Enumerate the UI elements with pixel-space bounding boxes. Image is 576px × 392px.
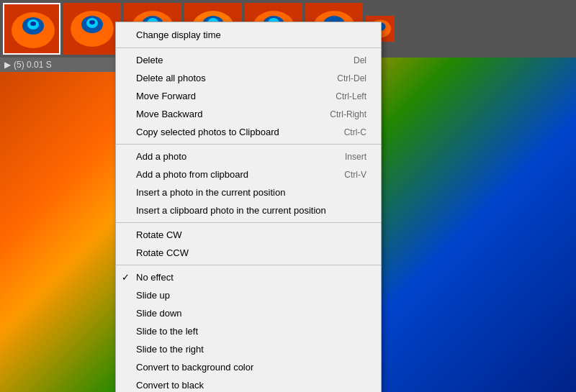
photo-thumb-2[interactable] (63, 3, 121, 55)
separator-4 (116, 265, 381, 265)
panel-label: (5) 0.01 S (14, 60, 52, 70)
svg-point-4 (30, 22, 36, 26)
menu-item-slide-down[interactable]: Slide down (116, 304, 381, 322)
menu-item-slide-left[interactable]: Slide to the left (116, 322, 381, 340)
context-menu: Change display time Delete Del Delete al… (115, 22, 382, 392)
menu-item-convert-black[interactable]: Convert to black (116, 376, 381, 392)
menu-item-rotate-ccw[interactable]: Rotate CCW (116, 244, 381, 262)
separator-3 (116, 222, 381, 223)
panel-header: ▶ (5) 0.01 S (0, 58, 115, 72)
menu-item-move-forward[interactable]: Move Forward Ctrl-Left (116, 87, 381, 105)
play-icon: ▶ (4, 60, 11, 70)
separator-1 (116, 47, 381, 48)
separator-2 (116, 144, 381, 145)
menu-item-copy-selected[interactable]: Copy selected photos to Clipboard Ctrl-C (116, 123, 381, 141)
menu-item-convert-bg-color[interactable]: Convert to background color (116, 358, 381, 376)
menu-item-add-from-clipboard[interactable]: Add a photo from clipboard Ctrl-V (116, 165, 381, 183)
menu-item-change-display-time[interactable]: Change display time (116, 25, 381, 45)
checkmark-icon: ✓ (122, 272, 130, 283)
menu-item-delete-all[interactable]: Delete all photos Ctrl-Del (116, 69, 381, 87)
menu-item-delete[interactable]: Delete Del (116, 51, 381, 69)
menu-item-add-photo[interactable]: Add a photo Insert (116, 147, 381, 165)
menu-item-insert-clipboard-current[interactable]: Insert a clipboard photo in the current … (116, 201, 381, 219)
menu-item-rotate-cw[interactable]: Rotate CW (116, 226, 381, 244)
menu-item-move-backward[interactable]: Move Backward Ctrl-Right (116, 105, 381, 123)
menu-item-slide-right[interactable]: Slide to the right (116, 340, 381, 358)
menu-item-insert-current[interactable]: Insert a photo in the current position (116, 183, 381, 201)
menu-item-no-effect[interactable]: ✓ No effect (116, 268, 381, 286)
menu-item-slide-up[interactable]: Slide up (116, 286, 381, 304)
photo-thumb-1[interactable] (3, 3, 60, 55)
svg-point-9 (89, 20, 95, 24)
